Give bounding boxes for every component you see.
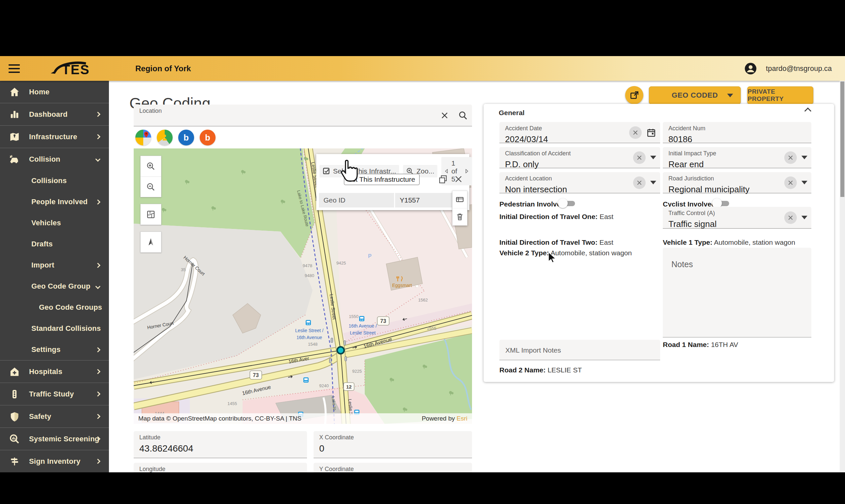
page-scrollbar[interactable] xyxy=(840,81,845,472)
sidebar-item-settings[interactable]: Settings xyxy=(0,339,109,360)
dock-popup-icon[interactable] xyxy=(438,175,447,184)
dropdown-caret-icon[interactable] xyxy=(802,181,807,184)
signpost-icon xyxy=(8,456,21,467)
pedestrian-involved-toggle[interactable] xyxy=(558,198,576,209)
hand-cursor xyxy=(337,159,358,184)
dropdown-caret-icon[interactable] xyxy=(802,156,807,159)
bing-maps-icon[interactable]: b xyxy=(178,130,194,145)
sidebar-item-geo-code-group[interactable]: Geo Code Group xyxy=(0,276,109,297)
x-coordinate-field[interactable]: X Coordinate 0 xyxy=(314,431,472,458)
xml-import-notes-field[interactable]: XML Import Notes xyxy=(499,340,660,360)
traffic-control-select[interactable]: Traffic Control (A) Traffic signal xyxy=(663,207,811,229)
compass-control xyxy=(140,232,161,253)
sidebar-item-traffic-study[interactable]: Traffic Study xyxy=(0,383,109,405)
dropdown-caret-icon[interactable] xyxy=(650,156,656,159)
attribution-text: Map data © OpenStreetMap contributors, C… xyxy=(138,415,301,422)
classification-select[interactable]: Classification of Accident P.D. only xyxy=(499,147,660,168)
latitude-field[interactable]: Latitude 43.86246604 xyxy=(134,431,307,458)
zoom-controls xyxy=(140,156,161,197)
sidebar-item-collision[interactable]: Collision xyxy=(0,148,109,170)
sidebar-item-home[interactable]: Home xyxy=(0,81,109,103)
trash-icon[interactable] xyxy=(453,208,467,226)
google-maps-icon[interactable] xyxy=(135,130,151,145)
sidebar-item-sign-inventory[interactable]: Sign Inventory xyxy=(0,450,109,472)
sidebar-item-geo-code-groups[interactable]: Geo Code Groups xyxy=(0,297,109,318)
map-attribution: Map data © OpenStreetMap contributors, C… xyxy=(134,413,472,424)
geo-coded-label: GEO CODED xyxy=(672,91,718,100)
logo-text: TES xyxy=(62,62,90,77)
chevron-right-icon xyxy=(95,112,101,117)
scrollbar-thumb[interactable] xyxy=(840,82,844,197)
svg-text:Leslie Street /: Leslie Street / xyxy=(295,328,323,333)
hamburger-menu-icon[interactable] xyxy=(8,64,20,73)
sidebar-item-dashboard[interactable]: Dashboard xyxy=(0,103,109,125)
clear-icon[interactable] xyxy=(633,151,646,164)
search-icon[interactable] xyxy=(458,110,468,120)
svg-text:1562: 1562 xyxy=(418,298,428,303)
zoom-out-button[interactable] xyxy=(141,177,161,197)
road-jurisdiction-select[interactable]: Road Jurisdiction Regional municipality xyxy=(663,172,811,193)
sidebar-item-safety[interactable]: Safety xyxy=(0,406,109,428)
general-panel-title: General xyxy=(499,109,525,117)
bing-streetside-icon[interactable]: b xyxy=(200,130,215,145)
sidebar-item-infrastructure[interactable]: Infrastructure xyxy=(0,126,109,148)
svg-text:1555: 1555 xyxy=(427,326,436,331)
zoom-in-button[interactable] xyxy=(141,156,161,177)
chevron-right-icon xyxy=(95,199,101,204)
map-icon xyxy=(8,131,21,143)
geo-id-label: Geo ID xyxy=(319,193,394,208)
clear-date-icon[interactable] xyxy=(629,126,642,139)
clear-icon[interactable] xyxy=(784,177,797,189)
clear-search-icon[interactable] xyxy=(440,111,449,120)
dropdown-caret-icon[interactable] xyxy=(802,216,807,219)
location-search-field[interactable]: Location xyxy=(134,105,472,126)
open-external-button[interactable] xyxy=(625,86,643,104)
table-view-icon[interactable] xyxy=(453,191,467,208)
road1-name: Road 1 Name: 16TH AV xyxy=(663,341,738,349)
sidebar-item-systemic-screening[interactable]: Systemic Screening xyxy=(0,428,109,450)
pager-prev-icon[interactable] xyxy=(445,168,448,175)
sidebar-item-collisions[interactable]: Collisions xyxy=(0,170,109,191)
user-avatar-icon[interactable] xyxy=(744,62,757,75)
sidebar-item-standard-collisions[interactable]: Standard Collisions xyxy=(0,318,109,339)
clear-icon[interactable] xyxy=(784,151,797,164)
basemap-button[interactable] xyxy=(141,204,161,224)
direction-one: Initial Direction of Travel One: East xyxy=(499,213,613,221)
svg-text:9425: 9425 xyxy=(336,260,346,266)
notes-textarea[interactable]: Notes xyxy=(663,248,811,338)
sidebar-item-hospitals[interactable]: Hospitals xyxy=(0,361,109,383)
accident-date-field[interactable]: Accident Date 2024/03/14 xyxy=(499,122,660,143)
calendar-icon[interactable] xyxy=(646,128,656,138)
dropdown-caret-icon[interactable] xyxy=(650,181,656,184)
direction-two: Initial Direction of Travel Two: East xyxy=(499,238,613,246)
shield-icon xyxy=(8,411,21,422)
route-badge-73-west: 73 xyxy=(250,371,262,379)
user-email[interactable]: tpardo@tnsgroup.ca xyxy=(766,64,832,73)
north-arrow-button[interactable] xyxy=(141,232,161,252)
traffic-light-icon xyxy=(8,389,21,399)
sidebar-item-import[interactable]: Import xyxy=(0,255,109,276)
collapse-panel-icon[interactable] xyxy=(805,108,811,114)
sidebar-item-people-involved[interactable]: People Involved xyxy=(0,191,109,212)
selected-location-marker[interactable] xyxy=(337,347,344,354)
impact-type-select[interactable]: Initial Impact Type Rear end xyxy=(663,147,811,168)
powered-by-text: Powered by xyxy=(422,415,455,422)
close-popup-icon[interactable] xyxy=(454,175,463,184)
esri-link[interactable]: Esri xyxy=(457,415,468,422)
private-property-label: PRIVATE PROPERTY xyxy=(747,88,813,103)
sidebar-item-vehicles[interactable]: Vehicles xyxy=(0,212,109,234)
svg-text:1548: 1548 xyxy=(308,342,318,347)
svg-text:35: 35 xyxy=(181,267,186,272)
accident-num-field[interactable]: Accident Num 80186 xyxy=(663,122,811,143)
clear-icon[interactable] xyxy=(784,212,797,224)
private-property-button[interactable]: PRIVATE PROPERTY xyxy=(747,86,813,104)
google-streetview-icon[interactable] xyxy=(157,130,173,145)
geo-id-value: Y1557 xyxy=(395,193,453,208)
sidebar-item-drafts[interactable]: Drafts xyxy=(0,234,109,255)
pager-next-icon[interactable] xyxy=(465,168,469,175)
clear-icon[interactable] xyxy=(633,177,646,189)
external-link-icon xyxy=(630,90,639,100)
car-crash-icon xyxy=(8,154,21,165)
geo-coded-status-button[interactable]: GEO CODED xyxy=(649,86,741,104)
accident-location-select[interactable]: Accident Location Non intersection xyxy=(499,172,660,193)
